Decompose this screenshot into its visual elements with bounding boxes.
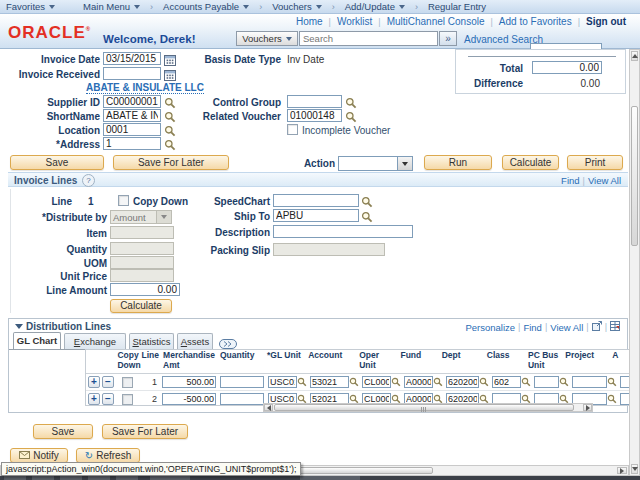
fund-input[interactable] bbox=[404, 376, 433, 388]
run-button[interactable]: Run bbox=[424, 155, 492, 170]
calculate-button[interactable]: Calculate bbox=[502, 155, 559, 170]
search-go-button[interactable]: » bbox=[439, 31, 457, 46]
breadcrumb-favorites[interactable]: Favorites bbox=[6, 1, 55, 12]
description-input[interactable] bbox=[273, 225, 413, 238]
distribution-find-link[interactable]: Find bbox=[523, 322, 541, 333]
add-row-button[interactable]: + bbox=[88, 376, 100, 388]
quantity-input[interactable] bbox=[220, 393, 264, 405]
oper-unit-input[interactable] bbox=[362, 376, 391, 388]
lookup-icon[interactable] bbox=[479, 373, 489, 391]
help-icon[interactable]: ? bbox=[82, 174, 95, 187]
home-link[interactable]: Home bbox=[296, 16, 323, 27]
gl-unit-input[interactable] bbox=[268, 376, 297, 388]
lookup-icon[interactable] bbox=[345, 95, 357, 107]
lookup-icon[interactable] bbox=[391, 373, 401, 391]
tab-assets[interactable]: Assets bbox=[177, 333, 213, 349]
location-input[interactable] bbox=[103, 123, 161, 136]
lookup-icon[interactable] bbox=[349, 373, 359, 391]
scrollbar-thumb[interactable] bbox=[631, 106, 638, 246]
speedchart-input[interactable] bbox=[273, 194, 359, 207]
project-input[interactable] bbox=[572, 376, 607, 388]
breadcrumb-vouchers[interactable]: Vouchers bbox=[272, 1, 322, 12]
invoice-lines-view-all-link[interactable]: View All bbox=[588, 175, 621, 186]
tab-gl-chart[interactable]: GL Chart bbox=[13, 332, 61, 349]
tab-exchange-rate[interactable]: Exchange Rate bbox=[64, 333, 126, 349]
scrollbar-thumb[interactable] bbox=[274, 404, 574, 411]
lookup-icon[interactable] bbox=[345, 109, 357, 121]
scroll-down-arrow-icon[interactable] bbox=[631, 464, 638, 474]
refresh-button[interactable]: ↻ Refresh bbox=[76, 448, 140, 463]
delete-row-button[interactable]: − bbox=[102, 376, 114, 388]
shortname-input[interactable] bbox=[103, 109, 161, 122]
add-row-button[interactable]: + bbox=[88, 393, 100, 405]
unit-price-input bbox=[110, 269, 174, 282]
lookup-icon[interactable] bbox=[297, 373, 307, 391]
copy-down-checkbox[interactable] bbox=[118, 195, 129, 206]
distribution-grid: Copy Down Line Merchandise Amt Quantity … bbox=[85, 349, 631, 406]
lookup-icon[interactable] bbox=[433, 373, 443, 391]
lookup-icon[interactable] bbox=[361, 209, 373, 221]
col-partial: A bbox=[610, 350, 630, 373]
breadcrumb-add-update[interactable]: Add/Update bbox=[345, 1, 405, 12]
distribution-view-all-link[interactable]: View All bbox=[550, 322, 583, 333]
lookup-icon[interactable] bbox=[164, 123, 176, 135]
pc-bus-unit-input[interactable] bbox=[534, 376, 559, 388]
save-for-later-button[interactable]: Save For Later bbox=[113, 155, 229, 170]
breadcrumb-accounts-payable[interactable]: Accounts Payable bbox=[163, 1, 249, 12]
lookup-icon[interactable] bbox=[559, 373, 569, 391]
invoice-lines-find-link[interactable]: Find bbox=[561, 175, 579, 186]
incomplete-voucher-checkbox[interactable] bbox=[287, 124, 298, 135]
line-amount-input[interactable] bbox=[110, 283, 180, 296]
add-to-favorites-link[interactable]: Add to Favorites bbox=[499, 16, 572, 27]
merchandise-amt-input[interactable] bbox=[162, 393, 216, 405]
sign-out-link[interactable]: Sign out bbox=[586, 16, 626, 27]
separator: | bbox=[491, 17, 493, 27]
related-voucher-input[interactable] bbox=[287, 109, 342, 122]
address-input[interactable] bbox=[103, 137, 161, 150]
collapse-triangle-icon[interactable] bbox=[15, 324, 23, 329]
account-input[interactable] bbox=[310, 376, 349, 388]
search-scope-dropdown[interactable]: Vouchers bbox=[236, 31, 298, 46]
row-copy-down-checkbox[interactable] bbox=[122, 377, 133, 388]
scroll-right-arrow-icon[interactable] bbox=[617, 467, 627, 474]
lookup-icon[interactable] bbox=[521, 373, 531, 391]
calendar-icon[interactable] bbox=[164, 67, 176, 79]
lookup-icon[interactable] bbox=[607, 390, 617, 406]
worklist-link[interactable]: Worklist bbox=[337, 16, 372, 27]
supplier-name-link[interactable]: ABATE & INSULATE LLC bbox=[86, 82, 204, 94]
save-button[interactable]: Save bbox=[10, 155, 104, 170]
control-group-input[interactable] bbox=[287, 95, 342, 108]
breadcrumb-main-menu[interactable]: Main Menu bbox=[83, 1, 140, 12]
calculate-line-button[interactable]: Calculate bbox=[110, 299, 172, 313]
personalize-link[interactable]: Personalize bbox=[465, 322, 515, 333]
total-input[interactable] bbox=[532, 61, 602, 74]
tab-statistics[interactable]: Statistics bbox=[129, 333, 174, 349]
lookup-icon[interactable] bbox=[361, 194, 373, 206]
print-button[interactable]: Print bbox=[567, 155, 623, 170]
quantity-input[interactable] bbox=[220, 376, 264, 388]
footer-save-for-later-button[interactable]: Save For Later bbox=[102, 424, 188, 439]
multichannel-console-link[interactable]: MultiChannel Console bbox=[387, 16, 485, 27]
scroll-right-arrow-icon[interactable] bbox=[583, 404, 592, 411]
class-input[interactable] bbox=[492, 376, 521, 388]
search-input[interactable] bbox=[299, 31, 438, 46]
invoice-lines-header: Invoice Lines ? Find | View All bbox=[8, 172, 628, 187]
delete-row-button[interactable]: − bbox=[102, 393, 114, 405]
lookup-icon[interactable] bbox=[164, 137, 176, 149]
invoice-received-input[interactable] bbox=[103, 67, 161, 80]
dept-input[interactable] bbox=[446, 376, 479, 388]
scroll-up-arrow-icon[interactable] bbox=[631, 51, 638, 61]
page-vertical-scrollbar[interactable] bbox=[629, 49, 640, 476]
notify-button[interactable]: Notify bbox=[10, 448, 68, 463]
footer-save-button[interactable]: Save bbox=[33, 424, 93, 439]
grid-horizontal-scrollbar[interactable] bbox=[263, 403, 593, 412]
lookup-icon[interactable] bbox=[607, 373, 617, 391]
scroll-left-arrow-icon[interactable] bbox=[264, 404, 273, 411]
invoice-date-input[interactable] bbox=[103, 52, 161, 65]
supplier-id-input[interactable] bbox=[103, 95, 161, 108]
merchandise-amt-input[interactable] bbox=[162, 376, 216, 388]
ship-to-input[interactable] bbox=[273, 209, 359, 222]
separator: | bbox=[586, 322, 588, 332]
row-copy-down-checkbox[interactable] bbox=[122, 394, 133, 405]
action-dropdown[interactable] bbox=[338, 156, 413, 171]
